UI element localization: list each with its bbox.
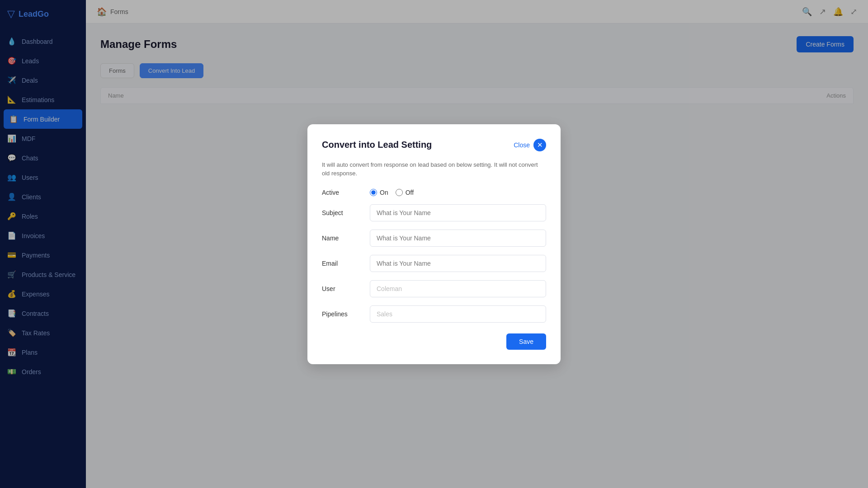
active-row: Active On Off: [322, 189, 546, 196]
close-button[interactable]: ✕: [533, 139, 546, 151]
pipelines-label: Pipelines: [322, 310, 363, 318]
email-row: Email: [322, 255, 546, 272]
user-input[interactable]: [370, 280, 546, 297]
modal-header: Convert into Lead Setting Close ✕: [322, 139, 546, 151]
name-input[interactable]: [370, 230, 546, 247]
on-label: On: [380, 189, 388, 196]
off-label: Off: [406, 189, 414, 196]
modal-description: It will auto convert from response on le…: [322, 160, 546, 178]
user-label: User: [322, 285, 363, 292]
subject-row: Subject: [322, 204, 546, 221]
modal-close-area: Close ✕: [514, 139, 546, 151]
pipelines-input[interactable]: [370, 305, 546, 323]
save-button[interactable]: Save: [506, 333, 546, 350]
modal-title: Convert into Lead Setting: [322, 140, 432, 150]
email-input[interactable]: [370, 255, 546, 272]
pipelines-row: Pipelines: [322, 305, 546, 323]
user-row: User: [322, 280, 546, 297]
radio-on-input[interactable]: [370, 189, 377, 196]
email-label: Email: [322, 260, 363, 267]
active-label: Active: [322, 189, 363, 196]
modal-body: Active On Off Subject: [322, 189, 546, 323]
close-text[interactable]: Close: [514, 141, 530, 149]
name-label: Name: [322, 235, 363, 242]
radio-on[interactable]: On: [370, 189, 388, 196]
active-radio-group: On Off: [370, 189, 414, 196]
modal-footer: Save: [322, 333, 546, 350]
modal: Convert into Lead Setting Close ✕ It wil…: [307, 124, 561, 364]
radio-off-input[interactable]: [396, 189, 403, 196]
modal-overlay[interactable]: Convert into Lead Setting Close ✕ It wil…: [0, 0, 868, 488]
subject-label: Subject: [322, 209, 363, 216]
name-row: Name: [322, 230, 546, 247]
subject-input[interactable]: [370, 204, 546, 221]
radio-off[interactable]: Off: [396, 189, 414, 196]
